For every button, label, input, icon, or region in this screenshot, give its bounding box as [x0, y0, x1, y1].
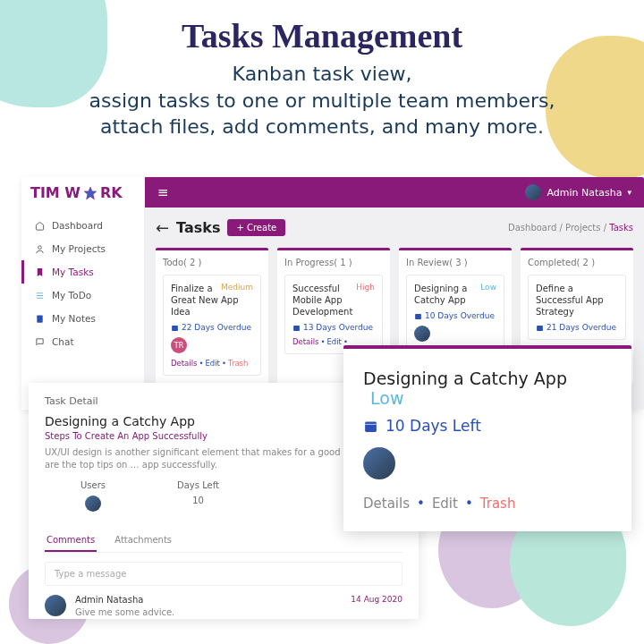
calendar-icon [414, 312, 422, 320]
svg-rect-6 [172, 325, 178, 330]
list-icon [35, 291, 45, 301]
stat-days-left: Days Left10 [177, 480, 219, 513]
note-icon [35, 314, 45, 324]
chevron-down-icon: ▾ [627, 188, 631, 197]
task-card[interactable]: High Successful Mobile App Development 1… [284, 275, 383, 354]
assignee-chip: TR [171, 337, 187, 353]
column-header: In Review( 3 ) [406, 258, 504, 267]
stat-users: Users [80, 480, 106, 513]
nav-label: My Projects [52, 243, 106, 254]
edit-link[interactable]: Edit [205, 359, 219, 368]
message-input[interactable]: Type a message [45, 562, 402, 586]
comment-text: Give me some advice. [75, 607, 342, 617]
popup-due: 10 Days Left [363, 417, 612, 435]
sidebar: TIM W RK Dashboard My Projects My Tasks … [21, 177, 145, 410]
brand-logo[interactable]: TIM W RK [21, 177, 144, 208]
avatar [45, 595, 66, 616]
page-header: ← Tasks + Create Dashboard / Projects / … [156, 218, 633, 237]
kanban-column-todo: Todo( 2 ) Medium Finalize a Great New Ap… [156, 248, 268, 383]
sidebar-item-dashboard[interactable]: Dashboard [21, 214, 144, 237]
column-header: Todo( 2 ) [163, 258, 261, 267]
edit-link[interactable]: Edit [326, 337, 341, 346]
comment-author: Admin Natasha [75, 595, 342, 605]
edit-link[interactable]: Edit [432, 496, 458, 512]
task-card[interactable]: Define a Successful App Strategy 21 Days… [528, 275, 626, 340]
tab-comments[interactable]: Comments [45, 530, 97, 552]
popup-priority: Low [370, 388, 403, 408]
column-header: Completed( 2 ) [528, 258, 626, 267]
sidebar-item-my-notes[interactable]: My Notes [21, 307, 144, 330]
star-icon [83, 186, 97, 200]
sidebar-item-my-projects[interactable]: My Projects [21, 237, 144, 260]
svg-point-1 [38, 245, 42, 249]
due-date: 10 Days Overdue [414, 311, 496, 320]
comment: Admin Natasha Give me some advice. 14 Au… [45, 595, 402, 617]
nav-label: My Notes [52, 313, 96, 324]
bookmark-icon [35, 267, 45, 277]
create-button[interactable]: + Create [227, 219, 285, 236]
priority-badge: Low [480, 283, 496, 292]
priority-badge: High [356, 283, 375, 292]
breadcrumb[interactable]: Dashboard / Projects / Tasks [508, 223, 633, 233]
avatar [85, 496, 101, 512]
popup-avatar [363, 447, 395, 479]
page-heading: Tasks [176, 219, 220, 236]
nav-label: Dashboard [52, 220, 103, 231]
sidebar-item-chat[interactable]: Chat [21, 330, 144, 353]
due-date: 21 Days Overdue [536, 323, 618, 332]
priority-badge: Medium [221, 283, 253, 292]
svg-rect-9 [537, 325, 543, 330]
popup-title: Designing a Catchy App [363, 369, 567, 388]
home-icon [35, 221, 45, 231]
task-card[interactable]: Medium Finalize a Great New App Idea 22 … [163, 275, 261, 376]
details-link[interactable]: Details [292, 337, 318, 346]
calendar-icon [171, 324, 179, 332]
svg-rect-8 [415, 313, 421, 318]
sidebar-item-my-tasks[interactable]: My Tasks [21, 260, 144, 284]
page-subtitle: Kanban task view, assign tasks to one or… [0, 61, 644, 140]
svg-rect-10 [365, 421, 377, 431]
back-arrow-icon[interactable]: ← [156, 218, 169, 237]
comment-date: 14 Aug 2020 [351, 595, 402, 604]
task-popup-card: Designing a Catchy App Low 10 Days Left … [343, 345, 631, 531]
calendar-icon [292, 324, 301, 332]
calendar-icon [536, 324, 544, 332]
page-title: Tasks Management [0, 16, 644, 55]
hamburger-icon[interactable]: ≡ [157, 184, 169, 200]
nav-label: My ToDo [52, 290, 91, 301]
tab-attachments[interactable]: Attachments [113, 530, 174, 552]
card-title: Define a Successful App Strategy [536, 283, 618, 318]
card-actions: Details•Edit•Trash [171, 359, 253, 368]
nav-label: Chat [52, 336, 74, 347]
column-header: In Progress( 1 ) [284, 258, 383, 267]
user-icon [35, 244, 45, 254]
marketing-header: Tasks Management Kanban task view, assig… [0, 0, 644, 140]
calendar-icon [363, 419, 378, 434]
user-menu[interactable]: Admin Natasha ▾ [525, 184, 631, 200]
details-link[interactable]: Details [171, 359, 197, 368]
trash-link[interactable]: Trash [228, 359, 248, 368]
avatar [525, 184, 541, 200]
svg-rect-7 [293, 325, 300, 330]
trash-link[interactable]: Trash [480, 496, 516, 512]
top-bar: ≡ Admin Natasha ▾ [145, 177, 644, 208]
popup-actions: Details•Edit•Trash [363, 496, 612, 512]
nav-label: My Tasks [52, 267, 94, 277]
details-link[interactable]: Details [363, 496, 410, 512]
due-date: 13 Days Overdue [292, 323, 375, 332]
chat-icon [35, 337, 45, 347]
due-date: 22 Days Overdue [171, 323, 253, 332]
user-name: Admin Natasha [547, 187, 622, 199]
svg-marker-0 [84, 187, 96, 199]
sidebar-item-my-todo[interactable]: My ToDo [21, 284, 144, 307]
sidebar-nav: Dashboard My Projects My Tasks My ToDo M… [21, 214, 144, 353]
svg-rect-5 [37, 315, 42, 322]
assignee-avatar [414, 326, 430, 342]
